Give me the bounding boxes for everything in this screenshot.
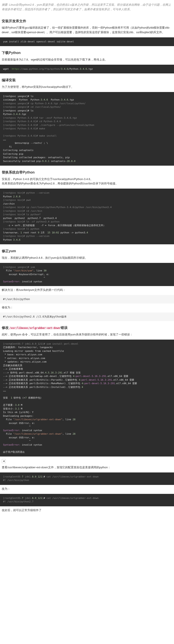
code-block-wget: wget https://www.python.org/ftp/python/3… xyxy=(0,65,174,74)
code-block-urlgrabber-error: [root@CentOS-7 jdk1.8.0_121]# yum instal… xyxy=(0,340,174,457)
code-block-cat-after: [root@CentOS-7 jdk1.8.0_121]# cat /usr/l… xyxy=(0,494,174,506)
section-text: 安装后，Python 3.4.6 的可执行文件位于/usr/local/pyth… xyxy=(2,177,172,186)
section-text: 查看/usr/libexec/urlgrabber-ext-down文件，发现它… xyxy=(2,465,172,470)
section-text: 修改为： xyxy=(2,305,172,310)
section-text: 现在，系统默认调用Python3.4.6，执行yum会出现如图四所示错误。 xyxy=(2,256,172,260)
section-text: 改好后，就可以正常升级组件了 xyxy=(2,508,172,513)
section-text: 此时，使用yum 命令，可以正常使用了，但在后面使用yum具体升级部分组件的时候… xyxy=(2,332,172,337)
section-text: 为了方便管理，将Python安装到/usr/local/python路径下。 xyxy=(2,85,172,90)
article-intro: 摘要: Linux自带python2.6，yum直接升级，也仍然在2.x版本之内… xyxy=(0,0,174,14)
section-text: 解决方法：将/usr/bin/yum文件开头的第一行代码： xyxy=(2,288,172,292)
section-text: 改为： xyxy=(2,487,172,491)
section-heading-compile: 编译安装 xyxy=(2,77,174,83)
code-block-replace: [root@soc bin]# python --version Python … xyxy=(0,188,174,244)
section-heading-download: 下载Python xyxy=(2,50,174,56)
section-heading-install-dev: 安装开发库文件 xyxy=(2,18,174,24)
section-heading-fix-yum: 修正yum xyxy=(2,248,174,254)
section-heading-replace: 替换系统自带Python xyxy=(2,170,174,175)
section-text: 编译Python只要有gcc编译器就足够了，但一些扩展模块需要额外的库，否则一些… xyxy=(2,26,172,35)
scroll-arrow-icon[interactable]: ◀ xyxy=(2,459,6,463)
code-block-compile: [root@soc yangnz]# ls isoimages Python P… xyxy=(0,92,174,166)
code-light-before: #!/usr/bin/python xyxy=(0,295,174,304)
code-light-after: #!/usr/bin/python2.6 //2.6为原来python版本 xyxy=(0,312,174,321)
code-block-cat-before: [root@CentOS-7 jdk1.8.0_121]# cat /usr/l… xyxy=(0,472,174,485)
section-text: 目前最新版本为2.7.8。wget的过程可能会非常慢，可以先把包下载下来，再传上… xyxy=(2,58,172,62)
code-block-yum-error: [root@soc yangnz]# yum File "/usr/bin/yu… xyxy=(0,263,174,286)
section-heading-urlgrabber: 修改/usr/libexec/urlgrabber-ext-down错误 xyxy=(2,325,174,331)
inline-code: /usr/libexec/urlgrabber-ext-down xyxy=(9,326,60,330)
code-block-yum-install: yum install zlib-devel openssl-devel sql… xyxy=(0,37,174,46)
